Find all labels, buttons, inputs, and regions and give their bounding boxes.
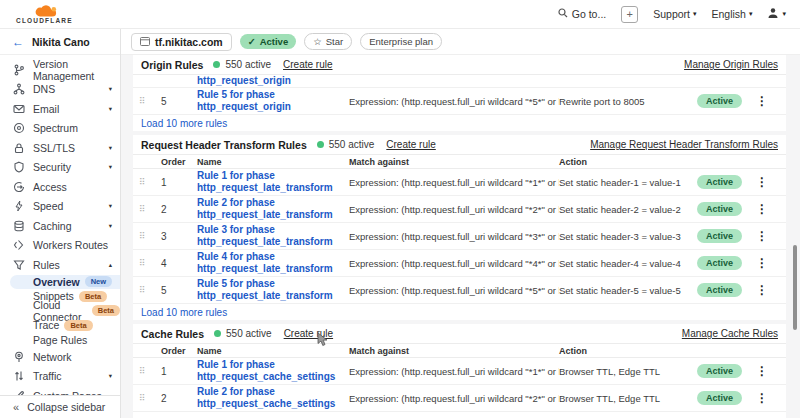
chevron-down-icon: ▾ — [109, 372, 112, 380]
vertical-scrollbar-thumb[interactable] — [793, 245, 797, 330]
create-rule-link[interactable]: Create rule — [284, 328, 333, 339]
table-row: ⠿ 1 Rule 1 for phase http_request_cache_… — [133, 358, 786, 385]
rule-name-link[interactable]: Rule 2 for phase — [197, 197, 349, 210]
language-label: English — [712, 8, 746, 20]
cloudflare-logo[interactable]: CLOUDFLARE — [16, 4, 73, 25]
collapse-sidebar-button[interactable]: « Collapse sidebar — [0, 395, 120, 418]
chevron-down-icon: ▾ — [109, 105, 112, 113]
sidebar-subitem-overview[interactable]: Overview New — [10, 275, 120, 290]
col-order: Order — [161, 157, 197, 167]
user-menu[interactable]: ▾ — [767, 7, 786, 21]
more-options-icon[interactable]: ⋮ — [751, 229, 773, 243]
rule-name-link[interactable]: http_request_late_transform — [197, 182, 349, 195]
rule-name-link[interactable]: http_request_origin — [197, 75, 786, 88]
more-options-icon[interactable]: ⋮ — [751, 256, 773, 270]
status-badge: Active — [697, 256, 742, 270]
more-options-icon[interactable]: ⋮ — [751, 364, 773, 378]
back-arrow-icon[interactable]: ← — [12, 35, 24, 49]
order-cell: 1 — [161, 366, 197, 377]
drag-handle-icon[interactable]: ⠿ — [139, 177, 161, 187]
rule-name-link[interactable]: Rule 3 for phase — [197, 224, 349, 237]
sidebar-subitem-cloud-connector[interactable]: Cloud Connector Beta — [0, 304, 120, 319]
rule-name-link[interactable]: Rule 1 for phase — [197, 359, 349, 372]
collapse-label: Collapse sidebar — [27, 401, 105, 413]
drag-handle-icon[interactable]: ⠿ — [139, 231, 161, 241]
sidebar-item-label: Security — [33, 161, 71, 173]
rule-name-link[interactable]: http_request_late_transform — [197, 209, 349, 222]
more-options-icon[interactable]: ⋮ — [751, 94, 773, 108]
goto-search[interactable]: Go to... — [558, 8, 606, 20]
sidebar-item-spectrum[interactable]: Spectrum — [0, 119, 120, 139]
new-badge: New — [85, 276, 112, 287]
rule-name-link[interactable]: http_request_late_transform — [197, 263, 349, 276]
language-menu[interactable]: English ▾ — [712, 8, 753, 20]
active-count: 550 active — [225, 59, 271, 70]
rules-overview-content: Origin Rules 550 active Create rule Mana… — [121, 55, 800, 418]
drag-handle-icon[interactable]: ⠿ — [139, 258, 161, 268]
sidebar-item-rules[interactable]: Rules ▴ — [0, 255, 120, 275]
more-options-icon[interactable]: ⋮ — [751, 202, 773, 216]
rule-name-link[interactable]: Rule 5 for phase — [197, 89, 349, 102]
sidebar-item-ssl-tls[interactable]: SSL/TLS ▾ — [0, 138, 120, 158]
status-badge: Active — [697, 94, 742, 108]
rule-name-link[interactable]: http_request_cache_settings — [197, 398, 349, 411]
action-cell: Set static header-5 = value-5 — [559, 285, 697, 296]
more-options-icon[interactable]: ⋮ — [751, 175, 773, 189]
drag-handle-icon[interactable]: ⠿ — [139, 204, 161, 214]
sidebar-item-email[interactable]: Email ▾ — [0, 99, 120, 119]
sidebar-item-network[interactable]: Network — [0, 347, 120, 367]
drag-handle-icon[interactable]: ⠿ — [139, 393, 161, 403]
create-rule-link[interactable]: Create rule — [283, 59, 332, 70]
status-badge: Active — [697, 229, 742, 243]
support-menu[interactable]: Support ▾ — [653, 8, 696, 20]
add-site-button[interactable]: + — [621, 6, 638, 23]
manage-origin-rules-link[interactable]: Manage Origin Rules — [684, 59, 778, 70]
sidebar-item-custom-pages[interactable]: Custom Pages — [0, 386, 120, 395]
manage-rht-rules-link[interactable]: Manage Request Header Transform Rules — [590, 139, 778, 150]
status-dot — [317, 141, 324, 148]
cache-rules-header: Cache Rules 550 active Create rule Manag… — [133, 324, 786, 344]
sidebar-item-access[interactable]: Access — [0, 177, 120, 197]
sidebar-item-speed[interactable]: Speed ▾ — [0, 197, 120, 217]
drag-handle-icon[interactable]: ⠿ — [139, 366, 161, 376]
more-options-icon[interactable]: ⋮ — [751, 283, 773, 297]
match-cell: Expression: (http.request.full_uri wildc… — [349, 258, 559, 269]
user-icon — [767, 7, 779, 21]
order-cell: 3 — [161, 231, 197, 242]
drag-handle-icon[interactable]: ⠿ — [139, 285, 161, 295]
status-badge: Active — [697, 283, 742, 297]
sidebar-item-traffic[interactable]: Traffic ▾ — [0, 367, 120, 387]
rule-name-link[interactable]: Rule 2 for phase — [197, 386, 349, 399]
more-options-icon[interactable]: ⋮ — [751, 391, 773, 405]
domain-selector[interactable]: tf.nikitac.com — [131, 33, 232, 51]
active-count: 550 active — [329, 139, 375, 150]
rule-name-link[interactable]: http_request_cache_settings — [197, 371, 349, 384]
load-more-link[interactable]: Load 10 more rules — [133, 304, 786, 320]
sidebar-subitem-page-rules[interactable]: Page Rules — [0, 333, 120, 348]
sidebar-item-label: Workers Routes — [33, 239, 108, 251]
sidebar-item-dns[interactable]: DNS ▾ — [0, 80, 120, 100]
rule-name-link[interactable]: http_request_late_transform — [197, 236, 349, 249]
rule-name-link[interactable]: http_request_late_transform — [197, 290, 349, 303]
main-area: tf.nikitac.com ✓ Active ☆ Star Enterpris… — [121, 29, 800, 418]
action-cell: Rewrite port to 8005 — [559, 96, 697, 107]
create-rule-link[interactable]: Create rule — [386, 139, 435, 150]
load-more-link[interactable]: Load 10 more rules — [133, 115, 786, 131]
sidebar-item-security[interactable]: Security ▾ — [0, 158, 120, 178]
database-icon — [13, 220, 25, 232]
rule-name-link[interactable]: http_request_origin — [197, 101, 349, 114]
sidebar-item-workers-routes[interactable]: Workers Routes — [0, 236, 120, 256]
sidebar-item-version-management[interactable]: Version Management — [0, 60, 120, 80]
order-cell: 2 — [161, 204, 197, 215]
chevron-down-icon: ▾ — [109, 85, 112, 93]
manage-cache-rules-link[interactable]: Manage Cache Rules — [682, 328, 778, 339]
goto-label: Go to... — [572, 8, 606, 20]
drag-handle-icon[interactable]: ⠿ — [139, 96, 161, 106]
rule-name-link[interactable]: Rule 5 for phase — [197, 278, 349, 291]
star-button[interactable]: ☆ Star — [304, 33, 352, 50]
clipped-row: ⠿ 3 Rule 3 for phase Expression: (http.r… — [133, 412, 786, 418]
rule-name-link[interactable]: Rule 1 for phase — [197, 170, 349, 183]
match-cell: Expression: (http.request.full_uri wildc… — [349, 231, 559, 242]
sidebar-item-caching[interactable]: Caching ▾ — [0, 216, 120, 236]
rule-name-link[interactable]: Rule 4 for phase — [197, 251, 349, 264]
